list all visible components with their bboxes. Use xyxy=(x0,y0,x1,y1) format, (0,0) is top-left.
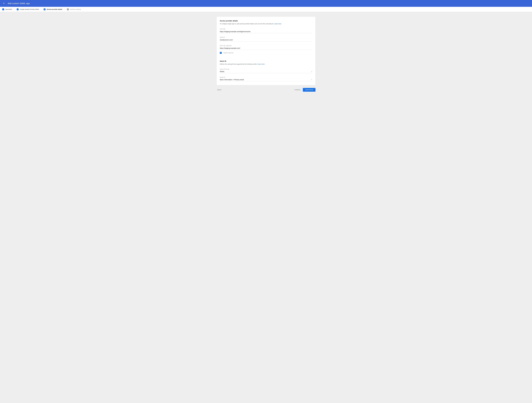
entity-id-input[interactable] xyxy=(220,39,312,42)
step-label: Service provider details xyxy=(47,8,62,10)
check-icon xyxy=(2,8,4,10)
select-value: Basic Information > Primary email xyxy=(220,79,244,81)
step-google-idp-details[interactable]: Google Identity Provider details xyxy=(17,8,39,10)
app-bar: Add custom SAML app xyxy=(0,0,532,7)
learn-more-link[interactable]: Learn more xyxy=(258,63,265,65)
field-label: ACS URL xyxy=(220,28,312,30)
section-desc-text: Defines the naming format supported by t… xyxy=(220,63,258,65)
name-id-select[interactable]: Basic Information > Primary email xyxy=(220,79,312,81)
field-name-id: Name ID Basic Information > Primary emai… xyxy=(220,77,312,81)
step-separator xyxy=(13,9,15,9)
step-number-badge: 3 xyxy=(44,8,46,10)
field-acs-url: ACS URL xyxy=(220,28,312,33)
start-url-input[interactable] xyxy=(220,47,312,50)
stepper: App details Google Identity Provider det… xyxy=(0,7,532,12)
chevron-down-icon xyxy=(311,79,312,80)
close-icon xyxy=(3,2,5,5)
cancel-button[interactable]: CANCEL xyxy=(294,88,301,92)
page-title: Add custom SAML app xyxy=(8,2,30,5)
select-value: EMAIL xyxy=(220,71,225,72)
step-label: App details xyxy=(5,8,12,10)
step-number-badge: 4 xyxy=(67,8,69,10)
wizard-footer: BACK CANCEL CONTINUE xyxy=(216,88,316,92)
field-start-url: Start URL (optional) xyxy=(220,45,312,50)
step-separator xyxy=(64,9,66,9)
step-app-details[interactable]: App details xyxy=(2,8,12,10)
chevron-down-icon xyxy=(311,71,312,72)
check-icon xyxy=(220,52,222,54)
content-area: Service provider details To configure si… xyxy=(0,12,532,94)
name-id-section: Name ID Defines the naming format suppor… xyxy=(220,60,312,81)
continue-button[interactable]: CONTINUE xyxy=(303,88,316,92)
signed-response-label: Signed response xyxy=(223,52,234,54)
field-name-id-format: Name ID format EMAIL xyxy=(220,68,312,73)
section-title-sp: Service provider details xyxy=(220,20,312,22)
field-label: Start URL (optional) xyxy=(220,45,312,46)
signed-response-checkbox[interactable] xyxy=(220,52,222,54)
step-label: Google Identity Provider details xyxy=(20,8,39,10)
acs-url-input[interactable] xyxy=(220,31,312,33)
learn-more-link[interactable]: Learn more xyxy=(274,23,281,25)
back-button[interactable]: BACK xyxy=(216,88,222,92)
signed-response-row: Signed response xyxy=(220,52,312,54)
field-entity-id: Entity ID xyxy=(220,37,312,42)
footer-right: CANCEL CONTINUE xyxy=(294,88,316,92)
section-desc-sp: To configure single sign on, add service… xyxy=(220,23,312,25)
step-service-provider-details[interactable]: 3 Service provider details xyxy=(44,8,62,10)
name-id-format-select[interactable]: EMAIL xyxy=(220,71,312,73)
field-label: Name ID xyxy=(220,77,312,78)
step-attribute-mapping[interactable]: 4 Attribute mapping xyxy=(67,8,81,10)
field-label: Name ID format xyxy=(220,68,312,70)
section-title-nameid: Name ID xyxy=(220,60,312,62)
check-icon xyxy=(17,8,19,10)
field-label: Entity ID xyxy=(220,37,312,38)
step-separator xyxy=(40,9,42,9)
step-label: Attribute mapping xyxy=(70,8,81,10)
section-desc-text: To configure single sign on, add service… xyxy=(220,23,274,25)
section-desc-nameid: Defines the naming format supported by t… xyxy=(220,63,312,65)
service-provider-card: Service provider details To configure si… xyxy=(216,17,316,85)
close-button[interactable] xyxy=(3,2,5,5)
